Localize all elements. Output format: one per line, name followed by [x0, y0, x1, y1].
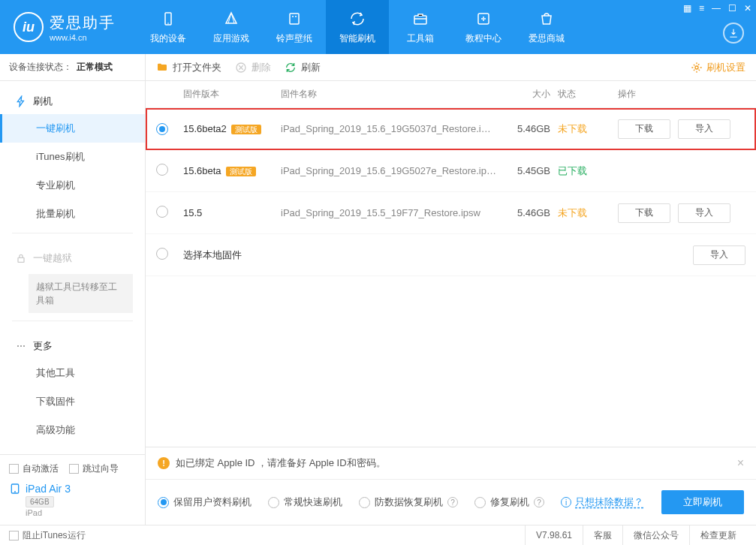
- svg-rect-5: [414, 16, 426, 24]
- col-size: 大小: [502, 88, 558, 101]
- help-icon[interactable]: ?: [447, 497, 458, 507]
- grid-icon[interactable]: ▦: [683, 3, 691, 14]
- firmware-version: 15.6beta: [183, 165, 221, 176]
- nav-tab-6[interactable]: 爱思商城: [515, 0, 578, 54]
- sidebar-group-0[interactable]: 刷机: [0, 89, 145, 114]
- refresh-button[interactable]: 刷新: [285, 61, 321, 74]
- nav-tab-2[interactable]: 铃声壁纸: [263, 0, 326, 54]
- beta-tag: 測试版: [226, 167, 256, 176]
- flash-mode-option[interactable]: 保留用户资料刷机: [158, 495, 251, 509]
- firmware-version: 15.5: [183, 207, 202, 218]
- nav-label: 教程中心: [465, 32, 501, 45]
- window-controls: ▦ ≡ — ☐ ✕: [683, 3, 751, 14]
- mode-label: 防数据恢复刷机: [375, 495, 443, 509]
- sidebar: 设备连接状态： 正常模式 刷机一键刷机iTunes刷机专业刷机批量刷机一键越狱越…: [0, 54, 146, 525]
- import-button[interactable]: 导入: [678, 203, 730, 223]
- skip-guide-checkbox[interactable]: 跳过向导: [69, 462, 119, 475]
- nav-tab-0[interactable]: 我的设备: [137, 0, 200, 54]
- firmware-size: 5.46GB: [502, 123, 558, 134]
- mode-radio[interactable]: [158, 497, 169, 508]
- alert-close-button[interactable]: ×: [737, 456, 744, 470]
- top-nav: 我的设备应用游戏铃声壁纸智能刷机工具箱教程中心爱思商城: [137, 0, 578, 54]
- nav-tab-5[interactable]: 教程中心: [452, 0, 515, 54]
- firmware-state: 未下载: [558, 206, 618, 220]
- sidebar-item[interactable]: 高级功能: [0, 416, 145, 444]
- status-cell[interactable]: 检查更新: [689, 525, 747, 545]
- auto-activate-checkbox[interactable]: 自动激活: [9, 462, 59, 475]
- download-indicator-icon[interactable]: [723, 23, 744, 44]
- firmware-row: 15.6beta測试版iPad_Spring_2019_15.6_19G5027…: [146, 150, 756, 192]
- connection-status: 设备连接状态： 正常模式: [0, 54, 145, 81]
- download-button[interactable]: 下载: [618, 203, 670, 223]
- nav-icon: [159, 10, 177, 28]
- block-itunes-checkbox[interactable]: 阻止iTunes运行: [9, 529, 86, 542]
- status-cell[interactable]: 微信公众号: [622, 525, 689, 545]
- refresh-label: 刷新: [301, 61, 321, 74]
- logo-area: iu 爱思助手 www.i4.cn: [0, 12, 129, 42]
- dots-icon: [15, 340, 27, 352]
- firmware-row: 选择本地固件导入: [146, 234, 756, 276]
- nav-icon: [285, 10, 303, 28]
- refresh-icon: [285, 62, 297, 74]
- connection-value: 正常模式: [77, 61, 113, 74]
- sidebar-group-2[interactable]: 更多: [0, 333, 145, 359]
- device-type: iPad: [9, 507, 136, 517]
- apple-id-alert: ! 如已绑定 Apple ID ，请准备好 Apple ID和密码。 ×: [146, 447, 756, 480]
- delete-label: 删除: [251, 61, 271, 74]
- flash-settings-button[interactable]: 刷机设置: [691, 61, 745, 74]
- svg-point-9: [20, 345, 22, 347]
- download-button[interactable]: 下载: [618, 119, 670, 139]
- maximize-icon[interactable]: ☐: [728, 3, 736, 14]
- firmware-ops: 下载导入: [618, 119, 745, 139]
- nav-tab-3[interactable]: 智能刷机: [326, 0, 389, 54]
- firmware-ops: 下载导入: [618, 203, 745, 223]
- nav-tab-1[interactable]: 应用游戏: [200, 0, 263, 54]
- sidebar-item[interactable]: 下载固件: [0, 387, 145, 416]
- nav-tab-4[interactable]: 工具箱: [389, 0, 452, 54]
- device-name: iPad Air 3: [26, 483, 71, 495]
- tablet-icon: [9, 483, 21, 495]
- flash-mode-option[interactable]: 防数据恢复刷机 ?: [359, 495, 458, 509]
- svg-point-10: [23, 345, 25, 347]
- nav-label: 工具箱: [407, 32, 434, 45]
- nav-label: 我的设备: [150, 32, 186, 45]
- minimize-icon[interactable]: —: [712, 3, 721, 14]
- row-radio[interactable]: [156, 123, 168, 135]
- sidebar-bottom: 自动激活 跳过向导 iPad Air 3 64GB iPad: [0, 454, 145, 525]
- sidebar-item[interactable]: 专业刷机: [0, 171, 145, 200]
- row-radio[interactable]: [156, 164, 168, 176]
- flash-mode-option[interactable]: 修复刷机 ?: [474, 495, 544, 509]
- help-icon[interactable]: ?: [534, 497, 544, 507]
- delete-button[interactable]: 删除: [235, 61, 271, 74]
- import-button[interactable]: 导入: [678, 119, 730, 139]
- flash-mode-option[interactable]: 常规快速刷机: [268, 495, 342, 509]
- nav-icon: [474, 10, 492, 28]
- nav-icon: [348, 10, 366, 28]
- row-radio[interactable]: [156, 248, 168, 260]
- sidebar-item[interactable]: iTunes刷机: [0, 143, 145, 171]
- beta-tag: 測试版: [231, 125, 261, 134]
- row-radio[interactable]: [156, 206, 168, 218]
- firmware-filename: iPad_Spring_2019_15.5_19F77_Restore.ipsw: [281, 207, 502, 218]
- menu-icon[interactable]: ≡: [699, 3, 704, 14]
- sidebar-item[interactable]: 批量刷机: [0, 200, 145, 228]
- sidebar-group-1[interactable]: 一键越狱: [0, 245, 145, 271]
- mode-radio[interactable]: [268, 497, 279, 508]
- device-info[interactable]: iPad Air 3: [9, 483, 136, 495]
- svg-rect-7: [18, 257, 24, 262]
- flash-mode-row: 保留用户资料刷机常规快速刷机防数据恢复刷机 ?修复刷机 ?i只想抹除数据？立即刷…: [146, 480, 756, 525]
- connection-label: 设备连接状态：: [9, 61, 72, 74]
- close-icon[interactable]: ✕: [744, 3, 751, 14]
- open-folder-button[interactable]: 打开文件夹: [156, 61, 221, 74]
- erase-data-link[interactable]: 只想抹除数据？: [575, 495, 643, 509]
- flash-now-button[interactable]: 立即刷机: [661, 490, 744, 514]
- alert-text: 如已绑定 Apple ID ，请准备好 Apple ID和密码。: [176, 456, 386, 470]
- sidebar-item[interactable]: 一键刷机: [0, 114, 145, 143]
- firmware-size: 5.46GB: [502, 207, 558, 218]
- mode-radio[interactable]: [359, 497, 370, 508]
- import-button[interactable]: 导入: [693, 245, 745, 265]
- firmware-version: 选择本地固件: [183, 249, 242, 260]
- mode-radio[interactable]: [474, 497, 486, 508]
- status-cell[interactable]: 客服: [583, 525, 622, 545]
- sidebar-item[interactable]: 其他工具: [0, 359, 145, 387]
